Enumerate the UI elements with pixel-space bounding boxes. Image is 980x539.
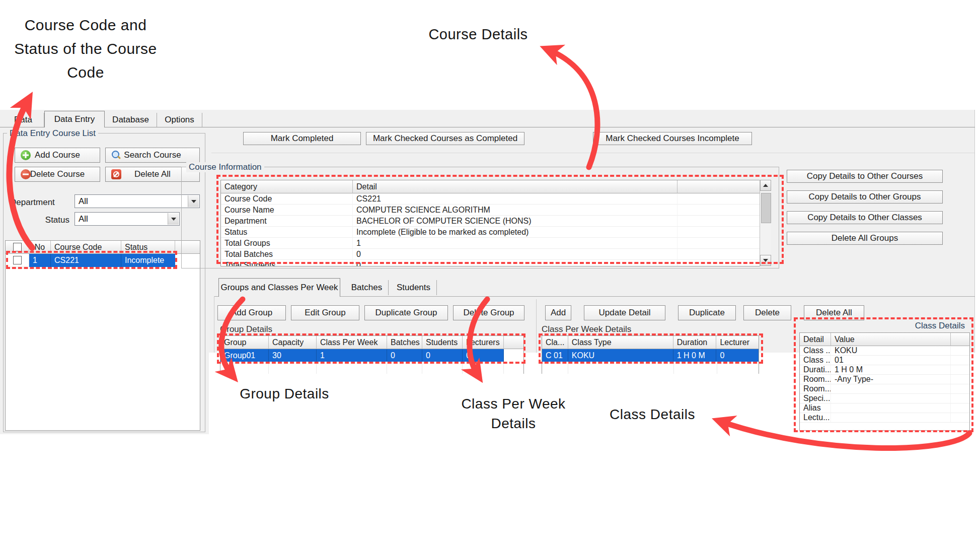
table-row[interactable]: Speci...: [800, 394, 969, 403]
section-divider: [536, 299, 537, 353]
tab-database[interactable]: Database: [105, 113, 157, 127]
chevron-down-icon[interactable]: [168, 213, 179, 225]
table-row[interactable]: Course Name COMPUTER SCIENCE ALGORITHM: [221, 205, 771, 216]
copy-details-groups-button[interactable]: Copy Details to Other Groups: [787, 190, 943, 204]
course-list-groupbox-title: Data Entry Course List: [7, 128, 98, 139]
copy-details-classes-button[interactable]: Copy Details to Other Classes: [787, 211, 943, 224]
header-select-all[interactable]: [6, 241, 29, 254]
cpw-update-detail-button[interactable]: Update Detail: [584, 305, 665, 320]
table-row[interactable]: Course Code CS221: [221, 193, 771, 205]
table-row[interactable]: Status Incomplete (Eligible to be marked…: [221, 227, 771, 238]
cpw-duplicate-button[interactable]: Duplicate: [678, 305, 736, 320]
header-students[interactable]: Students: [422, 336, 463, 349]
header-lecturers[interactable]: Lecturers: [463, 336, 504, 349]
note-course-code: Course Code and Status of the Course Cod…: [5, 13, 166, 84]
table-row[interactable]: Lectu...: [800, 413, 969, 423]
header-class-per-week[interactable]: Class Per Week: [317, 336, 387, 349]
copy-details-courses-label: Copy Details to Other Courses: [807, 171, 923, 181]
class-details-table: Detail Value Class ... KOKU Class ... 01…: [799, 332, 970, 431]
course-row-cs221[interactable]: 1 CS221 Incomplete: [6, 254, 200, 267]
cell-detail: Room...: [800, 384, 831, 394]
header-group[interactable]: Group: [220, 336, 269, 349]
class-details-section-label: Class Details: [856, 321, 965, 331]
add-course-button[interactable]: Add Course: [15, 148, 100, 163]
mark-checked-completed-button[interactable]: Mark Checked Courses as Completed: [366, 132, 524, 145]
delete-all-groups-button[interactable]: Delete All Groups: [787, 232, 943, 245]
table-row[interactable]: Department BACHELOR OF COMPUTER SCIENCE …: [221, 216, 771, 227]
header-value[interactable]: Value: [831, 333, 951, 346]
table-row[interactable]: Alias: [800, 403, 969, 413]
cell-detail: Class ...: [800, 356, 831, 365]
scroll-down-button[interactable]: [760, 255, 771, 266]
copy-details-courses-button[interactable]: Copy Details to Other Courses: [787, 170, 943, 183]
header-class[interactable]: Cla...: [542, 336, 568, 349]
header-capacity[interactable]: Capacity: [269, 336, 317, 349]
cpw-delete-button[interactable]: Delete: [743, 305, 791, 320]
detail-panel-left-border: [214, 296, 214, 353]
table-row[interactable]: Total Groups 1: [221, 238, 771, 249]
cell-value: KOKU: [831, 346, 951, 356]
mark-checked-incomplete-button[interactable]: Mark Checked Courses Incomplete: [593, 132, 752, 145]
tab-batches[interactable]: Batches: [345, 280, 389, 295]
cell-filler: [951, 346, 969, 356]
cpw-row-c01[interactable]: C 01 KOKU 1 H 0 M 0: [542, 349, 759, 362]
table-row[interactable]: Total Batches 0: [221, 249, 771, 260]
tab-data-entry[interactable]: Data Entry: [44, 111, 105, 127]
table-row[interactable]: Class ... KOKU: [800, 346, 969, 356]
note-class-per-week-line2: Details: [452, 414, 575, 433]
tab-data[interactable]: Data: [3, 113, 44, 127]
course-info-scrollbar[interactable]: [760, 180, 771, 266]
cpw-delete-all-label: Delete All: [816, 308, 852, 318]
tab-students[interactable]: Students: [391, 280, 437, 295]
tab-options[interactable]: Options: [157, 113, 202, 127]
cpw-add-button[interactable]: Add: [545, 305, 571, 320]
header-detail[interactable]: Detail: [800, 333, 831, 346]
table-row[interactable]: Total Students 0: [221, 260, 771, 266]
cell-detail: 1: [353, 238, 677, 249]
cell-extra: [677, 249, 761, 260]
header-no[interactable]: No: [29, 241, 51, 254]
course-list-table: No Course Code Status 1 CS221 Incomplete: [5, 240, 200, 431]
cell-detail: Durati...: [800, 365, 831, 375]
header-category[interactable]: Category: [221, 180, 353, 193]
cell-extra: [677, 205, 761, 216]
note-class-per-week: Class Per Week Details: [452, 394, 575, 433]
course-row-checkbox[interactable]: [13, 256, 22, 264]
table-row[interactable]: Durati... 1 H 0 M: [800, 365, 969, 375]
table-row[interactable]: Room...: [800, 384, 969, 394]
tab-students-label: Students: [397, 283, 430, 293]
delete-course-button[interactable]: Delete Course: [15, 167, 100, 182]
tab-groups-classes[interactable]: Groups and Classes Per Week: [218, 278, 340, 297]
header-category-label: Category: [224, 182, 257, 191]
cpw-duplicate-label: Duplicate: [689, 308, 725, 318]
cell-filler: [951, 413, 969, 423]
cell-extra: [677, 227, 761, 238]
status-select[interactable]: All: [74, 212, 180, 226]
search-course-button[interactable]: Search Course: [105, 148, 200, 163]
header-course-code[interactable]: Course Code: [51, 241, 121, 254]
header-lecturer[interactable]: Lecturer: [716, 336, 759, 349]
header-detail[interactable]: Detail: [353, 180, 677, 193]
header-class-type[interactable]: Class Type: [568, 336, 673, 349]
table-row[interactable]: Room... -Any Type-: [800, 375, 969, 384]
select-all-checkbox[interactable]: [13, 243, 22, 251]
tab-batches-label: Batches: [351, 283, 382, 293]
group-row-group01[interactable]: Group01 30 1 0 0 0: [220, 349, 523, 362]
scroll-thumb[interactable]: [761, 193, 771, 223]
table-row[interactable]: Class ... 01: [800, 356, 969, 365]
header-status[interactable]: Status: [121, 241, 175, 254]
cell-class-per-week: 1: [317, 349, 387, 362]
delete-group-button[interactable]: Delete Group: [453, 305, 524, 320]
header-batches[interactable]: Batches: [387, 336, 422, 349]
header-duration[interactable]: Duration: [673, 336, 717, 349]
scroll-up-button[interactable]: [760, 180, 771, 191]
duplicate-group-button[interactable]: Duplicate Group: [364, 305, 448, 320]
mark-completed-button[interactable]: Mark Completed: [243, 132, 361, 145]
cell-detail: COMPUTER SCIENCE ALGORITHM: [353, 205, 677, 216]
header-detail-label: Detail: [356, 182, 377, 191]
add-group-button[interactable]: Add Group: [217, 305, 286, 320]
cpw-delete-all-button[interactable]: Delete All: [804, 305, 864, 320]
cell-lecturer: 0: [716, 349, 759, 362]
cell-extra: [677, 238, 761, 249]
edit-group-button[interactable]: Edit Group: [291, 305, 359, 320]
